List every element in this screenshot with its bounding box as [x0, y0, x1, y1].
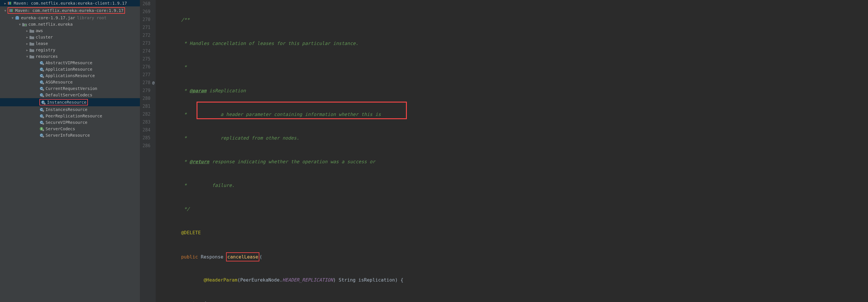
folder-icon: [30, 48, 34, 52]
svg-point-29: [44, 103, 45, 104]
tree-label: Maven: com.netflix.eureka:eureka-client:…: [14, 1, 127, 5]
library-icon: [9, 8, 14, 12]
svg-rect-1: [9, 2, 10, 5]
chevron-down-icon: ▼: [3, 9, 8, 12]
svg-text:C: C: [40, 81, 42, 84]
svg-rect-6: [16, 17, 19, 20]
svg-text:C: C: [42, 101, 44, 104]
chevron-down-icon: ▼: [25, 55, 30, 58]
tree-label: ServerInfoResource: [45, 133, 90, 138]
chevron-right-icon: ▶: [3, 2, 8, 5]
tree-item-class[interactable]: C InstancesResource: [0, 106, 140, 113]
tree-label: CurrentRequestVersion: [45, 86, 97, 91]
class-icon: C: [41, 100, 45, 104]
svg-point-44: [42, 136, 44, 138]
tree-label: Maven: com.netflix.eureka:eureka-core:1.…: [15, 8, 124, 13]
svg-text:C: C: [40, 115, 42, 118]
interface-icon: I: [39, 126, 44, 131]
class-icon: C: [39, 133, 44, 138]
svg-text:C: C: [40, 93, 42, 97]
chevron-down-icon: ▼: [10, 17, 15, 20]
chevron-right-icon: ▶: [25, 36, 30, 39]
svg-text:C: C: [40, 61, 42, 65]
svg-text:C: C: [40, 87, 42, 90]
tree-item-class[interactable]: C ApplicationResource: [0, 66, 140, 72]
tree-item-class[interactable]: C ASGResource: [0, 79, 140, 85]
svg-rect-2: [10, 2, 11, 5]
tree-label: ASGResource: [45, 80, 73, 84]
svg-point-23: [42, 89, 44, 91]
jar-icon: [15, 16, 20, 20]
tree-item-class[interactable]: C DefaultServerCodecs: [0, 92, 140, 98]
tree-label: ApplicationResource: [45, 67, 92, 71]
tree-item-jar[interactable]: ▼ eureka-core-1.9.17.jar library root: [0, 14, 140, 21]
svg-point-8: [25, 24, 26, 26]
svg-rect-0: [8, 2, 9, 5]
tree-label: resources: [36, 54, 58, 59]
tree-label: AbstractVIPResource: [45, 60, 92, 65]
tree-item-class-selected[interactable]: C InstanceResource: [0, 98, 140, 106]
line-number-gutter: 268269270271272273274275276277278@279280…: [140, 0, 156, 302]
svg-point-14: [42, 70, 44, 71]
tree-item-maven-client[interactable]: ▶ Maven: com.netflix.eureka:eureka-clien…: [0, 0, 140, 6]
tree-label: com.netflix.eureka: [28, 22, 73, 27]
chevron-down-icon: ▼: [18, 23, 22, 26]
svg-text:C: C: [40, 134, 42, 137]
tree-item-folder-aws[interactable]: ▶ aws: [0, 27, 140, 34]
svg-text:C: C: [40, 68, 42, 71]
tree-label: ApplicationsResource: [45, 73, 95, 78]
svg-text:I: I: [41, 127, 42, 130]
tree-item-interface[interactable]: I ServerCodecs: [0, 126, 140, 132]
class-icon: C: [39, 107, 44, 112]
tree-label: eureka-core-1.9.17.jar: [21, 16, 75, 20]
tree-label: lease: [36, 41, 48, 46]
tree-item-class[interactable]: C ServerInfoResource: [0, 132, 140, 139]
tree-label: ServerCodecs: [45, 126, 75, 131]
tree-item-class[interactable]: C ApplicationsResource: [0, 72, 140, 79]
class-icon: C: [39, 120, 44, 125]
tree-label: InstanceResource: [47, 100, 87, 104]
tree-label: aws: [36, 28, 43, 33]
svg-point-35: [42, 117, 44, 118]
svg-point-32: [42, 110, 44, 112]
package-icon: [22, 23, 27, 26]
class-icon: C: [39, 67, 44, 71]
tree-item-class[interactable]: C SecureVIPResource: [0, 119, 140, 126]
tree-item-folder-resources[interactable]: ▼ resources: [0, 53, 140, 60]
class-icon: C: [39, 93, 44, 97]
class-icon: C: [39, 80, 44, 84]
chevron-right-icon: ▶: [25, 42, 30, 45]
code-area[interactable]: /** * Handles cancellation of leases for…: [156, 0, 868, 302]
tree-label: InstancesResource: [45, 107, 87, 112]
tree-item-class[interactable]: C CurrentRequestVersion: [0, 85, 140, 92]
class-icon: C: [39, 114, 44, 118]
tree-label: PeerReplicationResource: [45, 114, 102, 118]
svg-text:C: C: [40, 108, 42, 111]
tree-item-maven-core[interactable]: ▼ Maven: com.netflix.eureka:eureka-core:…: [0, 6, 140, 14]
chevron-right-icon: ▶: [25, 29, 30, 32]
project-tree-sidebar[interactable]: ▶ Maven: com.netflix.eureka:eureka-clien…: [0, 0, 140, 302]
class-icon: C: [39, 73, 44, 78]
tree-item-folder-registry[interactable]: ▶ registry: [0, 47, 140, 53]
tree-label: DefaultServerCodecs: [45, 93, 92, 97]
class-icon: C: [39, 60, 44, 65]
svg-rect-4: [10, 9, 11, 12]
tree-item-class[interactable]: C AbstractVIPResource: [0, 60, 140, 66]
tree-item-class[interactable]: C PeerReplicationResource: [0, 113, 140, 119]
class-icon: C: [39, 86, 44, 91]
svg-point-11: [42, 63, 44, 65]
svg-rect-5: [12, 9, 12, 12]
svg-point-41: [42, 129, 44, 131]
code-editor[interactable]: 268269270271272273274275276277278@279280…: [140, 0, 868, 302]
folder-icon: [30, 55, 34, 58]
tree-item-folder-lease[interactable]: ▶ lease: [0, 40, 140, 47]
svg-point-26: [42, 95, 44, 97]
svg-point-17: [42, 76, 44, 78]
tree-item-package[interactable]: ▼ com.netflix.eureka: [0, 21, 140, 27]
folder-icon: [30, 42, 34, 46]
chevron-right-icon: ▶: [25, 49, 30, 52]
tree-hint: library root: [77, 16, 106, 20]
tree-item-folder-cluster[interactable]: ▶ cluster: [0, 34, 140, 40]
tree-label: cluster: [36, 35, 53, 39]
svg-point-38: [42, 123, 44, 125]
